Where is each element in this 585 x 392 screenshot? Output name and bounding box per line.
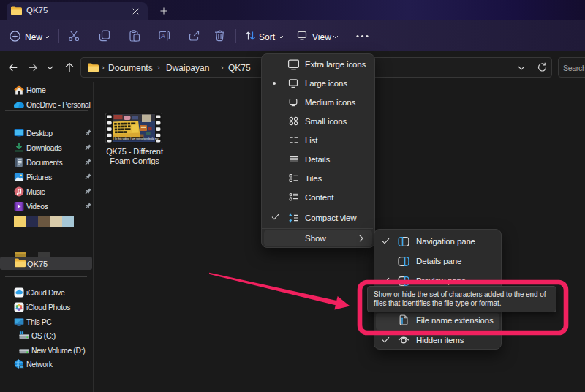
- svg-text:A: A: [161, 32, 165, 39]
- svg-text:In this video, I am going to r: In this video, I am going to rebuild my: [115, 137, 159, 140]
